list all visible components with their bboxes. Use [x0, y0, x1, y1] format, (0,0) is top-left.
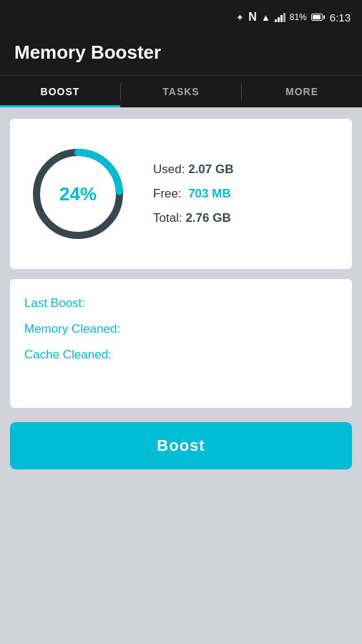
donut-percent-label: 24%: [59, 183, 97, 205]
tabs-container: BOOST TASKS MORE: [0, 75, 362, 107]
carrier-icon: N: [248, 11, 257, 24]
tab-tasks[interactable]: TASKS: [121, 76, 241, 107]
boost-button[interactable]: Boost: [10, 422, 352, 469]
cache-cleaned-label: Cache Cleaned:: [24, 348, 338, 362]
wifi-icon: ▲: [261, 12, 270, 23]
battery-icon: [311, 14, 323, 21]
app-title: Memory Booster: [14, 42, 348, 64]
last-boost-label: Last Boost:: [24, 296, 338, 311]
battery-label: 81%: [290, 12, 307, 22]
info-card: Last Boost: Memory Cleaned: Cache Cleane…: [10, 279, 352, 408]
used-stat: Used: 2.07 GB: [153, 162, 233, 177]
memory-cleaned-label: Memory Cleaned:: [24, 322, 338, 336]
status-bar: ✦ N ▲ 81% 6:13: [0, 0, 362, 34]
memory-card: 24% Used: 2.07 GB Free: 703 MB Total: 2.…: [10, 119, 352, 269]
status-time: 6:13: [330, 11, 351, 24]
free-stat: Free: 703 MB: [153, 187, 233, 201]
bluetooth-icon: ✦: [236, 12, 244, 23]
main-content: 24% Used: 2.07 GB Free: 703 MB Total: 2.…: [0, 107, 362, 481]
status-icons: ✦ N ▲ 81% 6:13: [236, 11, 351, 24]
tab-more[interactable]: MORE: [242, 76, 362, 107]
total-stat: Total: 2.76 GB: [153, 211, 233, 225]
memory-stats: Used: 2.07 GB Free: 703 MB Total: 2.76 G…: [153, 162, 233, 225]
signal-icon: [275, 12, 285, 22]
tab-boost[interactable]: BOOST: [0, 76, 120, 107]
donut-chart: 24%: [24, 140, 132, 248]
app-header: Memory Booster: [0, 34, 362, 75]
